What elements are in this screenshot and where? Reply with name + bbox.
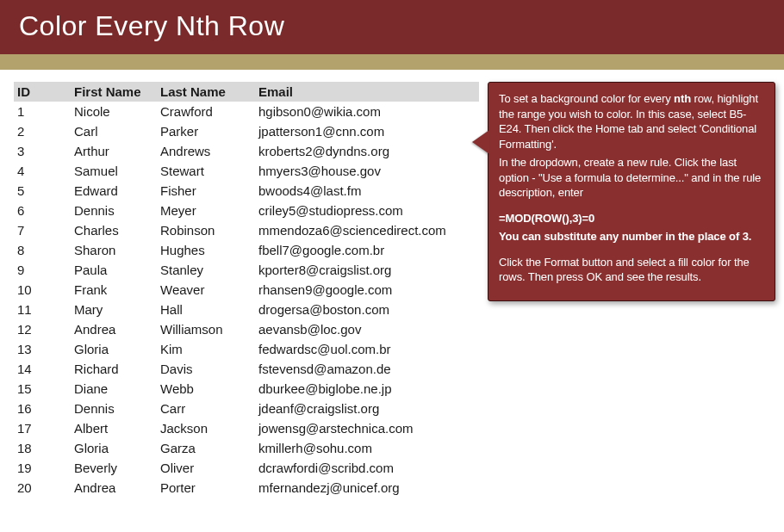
- cell-last: Webb: [157, 379, 255, 399]
- callout-arrow-icon: [472, 130, 489, 154]
- callout-subnote: You can substitute any number in the pla…: [499, 229, 764, 244]
- cell-email: hmyers3@house.gov: [255, 161, 479, 181]
- table-row: 3ArthurAndrewskroberts2@dyndns.org: [14, 141, 479, 161]
- cell-id: 3: [14, 141, 71, 161]
- table-row: 7CharlesRobinsonmmendoza6@sciencedirect.…: [14, 220, 479, 240]
- cell-first: Andrea: [71, 478, 157, 498]
- table-row: 8SharonHughesfbell7@google.com.br: [14, 240, 479, 260]
- cell-first: Arthur: [71, 141, 157, 161]
- cell-first: Paula: [71, 260, 157, 280]
- cell-id: 1: [14, 102, 71, 121]
- page-title: Color Every Nth Row: [0, 0, 784, 54]
- cell-last: Weaver: [157, 280, 255, 300]
- table-row: 12AndreaWilliamsonaevansb@loc.gov: [14, 319, 479, 339]
- cell-last: Meyer: [157, 201, 255, 220]
- cell-id: 18: [14, 438, 71, 458]
- cell-first: Diane: [71, 379, 157, 399]
- callout-bold-nth: nth: [674, 92, 691, 105]
- cell-email: fedwardsc@uol.com.br: [255, 339, 479, 359]
- cell-email: criley5@studiopress.com: [255, 201, 479, 220]
- table-row: 19BeverlyOliverdcrawfordi@scribd.com: [14, 458, 479, 478]
- table-row: 20AndreaPortermfernandezj@unicef.org: [14, 478, 479, 498]
- cell-first: Gloria: [71, 438, 157, 458]
- cell-last: Porter: [157, 478, 255, 498]
- table-row: 14RichardDavisfstevensd@amazon.de: [14, 359, 479, 379]
- cell-id: 5: [14, 181, 71, 201]
- cell-first: Nicole: [71, 102, 157, 121]
- cell-id: 12: [14, 319, 71, 339]
- cell-email: kporter8@craigslist.org: [255, 260, 479, 280]
- header-first-name: First Name: [71, 82, 157, 102]
- cell-email: jpatterson1@cnn.com: [255, 121, 479, 141]
- cell-id: 7: [14, 220, 71, 240]
- cell-id: 14: [14, 359, 71, 379]
- table-row: 10FrankWeaverrhansen9@google.com: [14, 280, 479, 300]
- cell-email: fstevensd@amazon.de: [255, 359, 479, 379]
- callout-paragraph-2: In the dropdown, create a new rule. Clic…: [499, 155, 764, 201]
- cell-last: Davis: [157, 359, 255, 379]
- cell-email: dcrawfordi@scribd.com: [255, 458, 479, 478]
- cell-first: Albert: [71, 418, 157, 438]
- callout-formula: =MOD(ROW(),3)=0: [499, 211, 764, 226]
- cell-last: Garza: [157, 438, 255, 458]
- cell-email: drogersa@boston.com: [255, 300, 479, 319]
- callout-text: To set a background color for every: [499, 92, 674, 105]
- cell-first: Charles: [71, 220, 157, 240]
- table-row: 9PaulaStanleykporter8@craigslist.org: [14, 260, 479, 280]
- table-row: 6DennisMeyercriley5@studiopress.com: [14, 201, 479, 220]
- cell-id: 20: [14, 478, 71, 498]
- cell-last: Jackson: [157, 418, 255, 438]
- cell-last: Parker: [157, 121, 255, 141]
- cell-id: 15: [14, 379, 71, 399]
- cell-email: bwoods4@last.fm: [255, 181, 479, 201]
- table-row: 15DianeWebbdburkee@biglobe.ne.jp: [14, 379, 479, 399]
- cell-email: hgibson0@wikia.com: [255, 102, 479, 121]
- cell-last: Robinson: [157, 220, 255, 240]
- cell-first: Gloria: [71, 339, 157, 359]
- cell-last: Stewart: [157, 161, 255, 181]
- table-body: 1NicoleCrawfordhgibson0@wikia.com2CarlPa…: [14, 102, 479, 498]
- cell-id: 13: [14, 339, 71, 359]
- callout-paragraph-1: To set a background color for every nth …: [499, 91, 764, 152]
- callout-paragraph-3: Click the Format button and select a fil…: [499, 255, 764, 285]
- header-email: Email: [255, 82, 479, 102]
- cell-id: 8: [14, 240, 71, 260]
- cell-first: Carl: [71, 121, 157, 141]
- cell-id: 6: [14, 201, 71, 220]
- cell-first: Dennis: [71, 201, 157, 220]
- cell-last: Hughes: [157, 240, 255, 260]
- cell-first: Beverly: [71, 458, 157, 478]
- cell-last: Stanley: [157, 260, 255, 280]
- cell-id: 19: [14, 458, 71, 478]
- cell-first: Mary: [71, 300, 157, 319]
- header-id: ID: [14, 82, 71, 102]
- cell-last: Carr: [157, 399, 255, 418]
- data-table: ID First Name Last Name Email 1NicoleCra…: [14, 82, 479, 498]
- cell-last: Fisher: [157, 181, 255, 201]
- cell-email: rhansen9@google.com: [255, 280, 479, 300]
- cell-first: Andrea: [71, 319, 157, 339]
- cell-email: mmendoza6@sciencedirect.com: [255, 220, 479, 240]
- table-header-row: ID First Name Last Name Email: [14, 82, 479, 102]
- table-row: 18GloriaGarzakmillerh@sohu.com: [14, 438, 479, 458]
- table-row: 2CarlParkerjpatterson1@cnn.com: [14, 121, 479, 141]
- cell-email: dburkee@biglobe.ne.jp: [255, 379, 479, 399]
- cell-last: Hall: [157, 300, 255, 319]
- cell-last: Williamson: [157, 319, 255, 339]
- cell-id: 17: [14, 418, 71, 438]
- cell-email: kroberts2@dyndns.org: [255, 141, 479, 161]
- cell-email: aevansb@loc.gov: [255, 319, 479, 339]
- cell-last: Kim: [157, 339, 255, 359]
- cell-id: 16: [14, 399, 71, 418]
- cell-first: Sharon: [71, 240, 157, 260]
- cell-first: Richard: [71, 359, 157, 379]
- cell-email: jdeanf@craigslist.org: [255, 399, 479, 418]
- cell-first: Dennis: [71, 399, 157, 418]
- cell-email: mfernandezj@unicef.org: [255, 478, 479, 498]
- content-area: ID First Name Last Name Email 1NicoleCra…: [0, 70, 784, 498]
- cell-last: Crawford: [157, 102, 255, 121]
- cell-email: jowensg@arstechnica.com: [255, 418, 479, 438]
- table-row: 11MaryHalldrogersa@boston.com: [14, 300, 479, 319]
- accent-bar: [0, 54, 784, 70]
- cell-email: fbell7@google.com.br: [255, 240, 479, 260]
